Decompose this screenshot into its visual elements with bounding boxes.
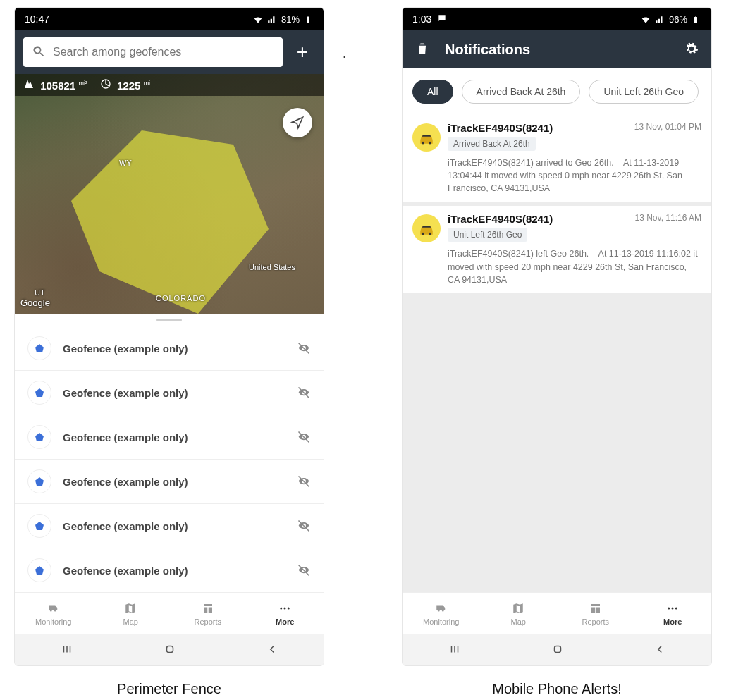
map-icon	[511, 602, 525, 615]
home-button[interactable]	[551, 643, 565, 658]
svg-point-10	[288, 607, 290, 609]
status-time: 1:03	[412, 13, 431, 25]
reports-icon	[201, 602, 215, 615]
status-bar: 10:47 81%	[15, 8, 324, 30]
svg-marker-7	[35, 566, 44, 575]
status-right: 96%	[641, 14, 701, 25]
notification-body: iTrackEF4940S(8241) left Geo 26th. At 11…	[412, 247, 701, 285]
svg-point-16	[668, 607, 670, 609]
nav-monitoring[interactable]: Monitoring	[15, 602, 92, 626]
notifications-header: Notifications	[403, 30, 711, 68]
battery-icon	[304, 15, 314, 23]
status-left: 1:03	[412, 13, 447, 25]
nav-reports[interactable]: Reports	[557, 602, 634, 626]
visibility-off-icon[interactable]	[297, 563, 311, 577]
status-bar: 1:03 96%	[403, 8, 711, 30]
visibility-off-icon[interactable]	[297, 386, 311, 400]
battery-icon	[692, 15, 701, 23]
svg-marker-1	[71, 130, 269, 314]
vehicle-icon	[412, 123, 441, 152]
battery-text: 96%	[669, 14, 687, 25]
van-icon	[46, 602, 61, 615]
polygon-icon	[27, 381, 51, 405]
chip-left[interactable]: Unit Left 26th Geo	[589, 80, 699, 104]
svg-rect-19	[554, 646, 560, 652]
svg-point-9	[284, 607, 286, 609]
settings-button[interactable]	[684, 42, 699, 58]
geofence-name: Geofence (example only)	[63, 476, 285, 488]
svg-point-15	[429, 233, 431, 235]
svg-point-8	[281, 607, 283, 609]
nav-more[interactable]: More	[247, 602, 324, 626]
geofence-row[interactable]: Geofence (example only)	[15, 460, 324, 504]
geofence-name: Geofence (example only)	[63, 565, 285, 577]
back-button[interactable]	[653, 643, 667, 658]
polygon-icon	[27, 425, 51, 449]
top-bar: +	[15, 30, 324, 74]
bottom-nav: Monitoring Map Reports More	[15, 592, 324, 634]
map-icon	[123, 602, 137, 615]
wifi-icon	[253, 15, 263, 23]
geofence-row[interactable]: Geofence (example only)	[15, 326, 324, 371]
svg-marker-2	[35, 344, 44, 352]
nav-reports[interactable]: Reports	[169, 602, 247, 626]
geofence-row[interactable]: Geofence (example only)	[15, 371, 324, 415]
chip-all[interactable]: All	[412, 80, 453, 104]
svg-marker-5	[35, 477, 44, 486]
visibility-off-icon[interactable]	[297, 341, 311, 355]
recent-apps-button[interactable]	[447, 643, 462, 658]
map-label-colorado: COLORADO	[156, 294, 206, 302]
wifi-icon	[641, 15, 651, 23]
svg-point-14	[422, 233, 424, 235]
geofence-row[interactable]: Geofence (example only)	[15, 504, 324, 548]
search-box[interactable]	[23, 37, 283, 67]
chip-arrived[interactable]: Arrived Back At 26th	[462, 80, 581, 104]
bottom-nav: Monitoring Map Reports More	[403, 592, 711, 634]
notification-item[interactable]: iTrackEF4940S(8241) 13 Nov, 01:04 PM Arr…	[403, 115, 711, 202]
filter-chips: All Arrived Back At 26th Unit Left 26th …	[403, 68, 711, 115]
locate-me-button[interactable]	[283, 108, 312, 137]
map-area[interactable]: 105821 mi² 1225 mi WY UT COLORADO United…	[15, 74, 324, 314]
add-geofence-button[interactable]: +	[290, 39, 315, 65]
geofence-row[interactable]: Geofence (example only)	[15, 548, 324, 592]
map-label-us: United States	[249, 263, 295, 271]
geofence-polygon[interactable]	[57, 123, 283, 314]
svg-marker-3	[35, 388, 44, 397]
delete-button[interactable]	[415, 42, 429, 58]
notification-list[interactable]: iTrackEF4940S(8241) 13 Nov, 01:04 PM Arr…	[403, 115, 711, 592]
nav-more[interactable]: More	[634, 602, 712, 626]
decorative-dot: .	[343, 47, 346, 61]
message-icon	[437, 13, 447, 25]
phone-geofence: 10:47 81% +	[14, 7, 324, 666]
status-time: 10:47	[25, 13, 49, 25]
recent-apps-button[interactable]	[59, 643, 75, 658]
geofence-row[interactable]: Geofence (example only)	[15, 415, 324, 460]
geofence-stats: 105821 mi² 1225 mi	[15, 74, 324, 96]
back-button[interactable]	[265, 643, 279, 658]
visibility-off-icon[interactable]	[297, 474, 311, 489]
more-icon	[278, 602, 292, 615]
geofence-name: Geofence (example only)	[63, 343, 285, 355]
polygon-icon	[27, 336, 51, 360]
visibility-off-icon[interactable]	[297, 430, 311, 444]
polygon-icon	[27, 469, 51, 493]
geofence-list[interactable]: Geofence (example only) Geofence (exampl…	[15, 326, 324, 592]
search-icon	[32, 44, 46, 61]
nav-map[interactable]: Map	[92, 602, 170, 626]
reports-icon	[589, 602, 603, 615]
svg-marker-4	[35, 433, 44, 441]
notification-item[interactable]: iTrackEF4940S(8241) 13 Nov, 11:16 AM Uni…	[403, 206, 711, 293]
svg-point-13	[429, 142, 431, 145]
home-button[interactable]	[163, 643, 177, 658]
visibility-off-icon[interactable]	[297, 519, 311, 533]
caption-right: Mobile Phone Alerts!	[402, 679, 712, 700]
search-input[interactable]	[53, 46, 274, 59]
polygon-icon	[27, 558, 51, 582]
nav-monitoring[interactable]: Monitoring	[403, 602, 480, 626]
notification-time: 13 Nov, 11:16 AM	[635, 213, 702, 223]
van-icon	[434, 602, 449, 615]
area-icon	[23, 78, 35, 90]
nav-map[interactable]: Map	[480, 602, 558, 626]
sheet-drag-handle[interactable]	[15, 314, 324, 326]
polygon-icon	[27, 514, 51, 538]
